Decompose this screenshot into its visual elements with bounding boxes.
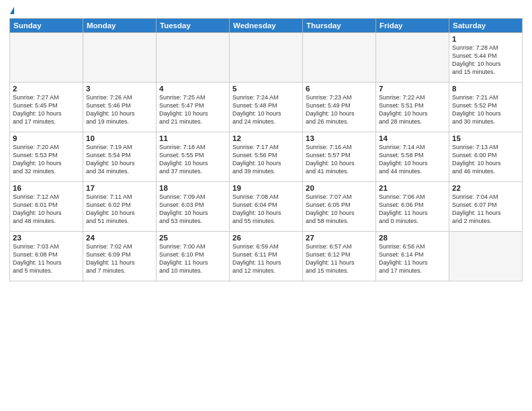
day-info: Sunrise: 7:23 AM Sunset: 5:49 PM Dayligh… xyxy=(306,93,373,126)
day-info: Sunrise: 7:17 AM Sunset: 5:56 PM Dayligh… xyxy=(232,143,300,176)
day-info: Sunrise: 7:16 AM Sunset: 5:57 PM Dayligh… xyxy=(306,143,373,176)
calendar-cell: 21Sunrise: 7:06 AM Sunset: 6:06 PM Dayli… xyxy=(376,182,449,232)
calendar-cell xyxy=(157,33,230,83)
weekday-header-row: SundayMondayTuesdayWednesdayThursdayFrid… xyxy=(10,19,523,33)
calendar-page: SundayMondayTuesdayWednesdayThursdayFrid… xyxy=(0,0,532,411)
calendar-cell: 10Sunrise: 7:19 AM Sunset: 5:54 PM Dayli… xyxy=(83,132,157,182)
calendar-cell: 25Sunrise: 7:00 AM Sunset: 6:10 PM Dayli… xyxy=(157,232,230,281)
weekday-header-thursday: Thursday xyxy=(303,19,376,33)
calendar-cell: 23Sunrise: 7:03 AM Sunset: 6:08 PM Dayli… xyxy=(10,232,83,281)
calendar-cell: 3Sunrise: 7:26 AM Sunset: 5:46 PM Daylig… xyxy=(83,83,157,132)
weekday-header-tuesday: Tuesday xyxy=(157,19,230,33)
day-info: Sunrise: 6:56 AM Sunset: 6:14 PM Dayligh… xyxy=(379,242,446,275)
day-number: 20 xyxy=(306,184,373,192)
day-info: Sunrise: 7:13 AM Sunset: 6:00 PM Dayligh… xyxy=(452,143,519,176)
calendar-cell: 13Sunrise: 7:16 AM Sunset: 5:57 PM Dayli… xyxy=(303,132,376,182)
day-info: Sunrise: 7:24 AM Sunset: 5:48 PM Dayligh… xyxy=(232,93,300,126)
calendar-cell: 12Sunrise: 7:17 AM Sunset: 5:56 PM Dayli… xyxy=(230,132,303,182)
calendar-cell xyxy=(230,33,303,83)
logo-triangle-icon xyxy=(10,7,14,14)
day-info: Sunrise: 7:19 AM Sunset: 5:54 PM Dayligh… xyxy=(86,143,153,176)
day-number: 24 xyxy=(86,234,153,242)
day-info: Sunrise: 7:28 AM Sunset: 5:44 PM Dayligh… xyxy=(452,44,519,77)
day-info: Sunrise: 7:21 AM Sunset: 5:52 PM Dayligh… xyxy=(452,93,519,126)
calendar-cell xyxy=(83,33,157,83)
header xyxy=(9,7,523,15)
day-number: 3 xyxy=(86,85,153,93)
day-number: 16 xyxy=(13,184,80,192)
day-number: 23 xyxy=(13,234,80,242)
day-number: 14 xyxy=(379,134,446,142)
calendar-cell xyxy=(303,33,376,83)
weekday-header-sunday: Sunday xyxy=(10,19,83,33)
calendar-cell: 8Sunrise: 7:21 AM Sunset: 5:52 PM Daylig… xyxy=(449,83,523,132)
week-row-1: 1Sunrise: 7:28 AM Sunset: 5:44 PM Daylig… xyxy=(10,33,523,83)
day-info: Sunrise: 7:20 AM Sunset: 5:53 PM Dayligh… xyxy=(13,143,80,176)
day-info: Sunrise: 7:14 AM Sunset: 5:58 PM Dayligh… xyxy=(379,143,446,176)
day-info: Sunrise: 7:02 AM Sunset: 6:09 PM Dayligh… xyxy=(86,242,153,275)
calendar-cell: 2Sunrise: 7:27 AM Sunset: 5:45 PM Daylig… xyxy=(10,83,83,132)
day-number: 12 xyxy=(232,134,300,142)
day-info: Sunrise: 6:59 AM Sunset: 6:11 PM Dayligh… xyxy=(232,242,300,275)
calendar-cell: 9Sunrise: 7:20 AM Sunset: 5:53 PM Daylig… xyxy=(10,132,83,182)
day-info: Sunrise: 7:00 AM Sunset: 6:10 PM Dayligh… xyxy=(159,242,226,275)
day-info: Sunrise: 7:03 AM Sunset: 6:08 PM Dayligh… xyxy=(13,242,80,275)
week-row-4: 16Sunrise: 7:12 AM Sunset: 6:01 PM Dayli… xyxy=(10,182,523,232)
day-info: Sunrise: 7:06 AM Sunset: 6:06 PM Dayligh… xyxy=(379,193,446,226)
weekday-header-saturday: Saturday xyxy=(449,19,523,33)
calendar-cell: 26Sunrise: 6:59 AM Sunset: 6:11 PM Dayli… xyxy=(230,232,303,281)
calendar-cell xyxy=(449,232,523,281)
calendar-cell: 27Sunrise: 6:57 AM Sunset: 6:12 PM Dayli… xyxy=(303,232,376,281)
calendar-table: SundayMondayTuesdayWednesdayThursdayFrid… xyxy=(9,18,523,281)
day-info: Sunrise: 7:08 AM Sunset: 6:04 PM Dayligh… xyxy=(232,193,300,226)
day-number: 11 xyxy=(159,134,226,142)
day-info: Sunrise: 6:57 AM Sunset: 6:12 PM Dayligh… xyxy=(306,242,373,275)
calendar-cell: 20Sunrise: 7:07 AM Sunset: 6:05 PM Dayli… xyxy=(303,182,376,232)
day-info: Sunrise: 7:11 AM Sunset: 6:02 PM Dayligh… xyxy=(86,193,153,226)
calendar-cell: 28Sunrise: 6:56 AM Sunset: 6:14 PM Dayli… xyxy=(376,232,449,281)
week-row-2: 2Sunrise: 7:27 AM Sunset: 5:45 PM Daylig… xyxy=(10,83,523,132)
weekday-header-wednesday: Wednesday xyxy=(230,19,303,33)
day-info: Sunrise: 7:25 AM Sunset: 5:47 PM Dayligh… xyxy=(159,93,226,126)
calendar-cell: 4Sunrise: 7:25 AM Sunset: 5:47 PM Daylig… xyxy=(157,83,230,132)
calendar-cell: 18Sunrise: 7:09 AM Sunset: 6:03 PM Dayli… xyxy=(157,182,230,232)
day-number: 10 xyxy=(86,134,153,142)
day-info: Sunrise: 7:26 AM Sunset: 5:46 PM Dayligh… xyxy=(86,93,153,126)
weekday-header-monday: Monday xyxy=(83,19,157,33)
calendar-cell: 1Sunrise: 7:28 AM Sunset: 5:44 PM Daylig… xyxy=(449,33,523,83)
calendar-cell: 22Sunrise: 7:04 AM Sunset: 6:07 PM Dayli… xyxy=(449,182,523,232)
calendar-cell: 11Sunrise: 7:18 AM Sunset: 5:55 PM Dayli… xyxy=(157,132,230,182)
week-row-3: 9Sunrise: 7:20 AM Sunset: 5:53 PM Daylig… xyxy=(10,132,523,182)
calendar-cell: 17Sunrise: 7:11 AM Sunset: 6:02 PM Dayli… xyxy=(83,182,157,232)
day-number: 28 xyxy=(379,234,446,242)
week-row-5: 23Sunrise: 7:03 AM Sunset: 6:08 PM Dayli… xyxy=(10,232,523,281)
day-info: Sunrise: 7:04 AM Sunset: 6:07 PM Dayligh… xyxy=(452,193,519,226)
day-info: Sunrise: 7:18 AM Sunset: 5:55 PM Dayligh… xyxy=(159,143,226,176)
day-number: 2 xyxy=(13,85,80,93)
calendar-cell: 14Sunrise: 7:14 AM Sunset: 5:58 PM Dayli… xyxy=(376,132,449,182)
calendar-cell: 6Sunrise: 7:23 AM Sunset: 5:49 PM Daylig… xyxy=(303,83,376,132)
day-number: 7 xyxy=(379,85,446,93)
day-number: 9 xyxy=(13,134,80,142)
day-number: 13 xyxy=(306,134,373,142)
calendar-cell: 24Sunrise: 7:02 AM Sunset: 6:09 PM Dayli… xyxy=(83,232,157,281)
calendar-cell: 16Sunrise: 7:12 AM Sunset: 6:01 PM Dayli… xyxy=(10,182,83,232)
day-number: 25 xyxy=(159,234,226,242)
calendar-cell xyxy=(10,33,83,83)
day-number: 5 xyxy=(232,85,300,93)
calendar-cell: 5Sunrise: 7:24 AM Sunset: 5:48 PM Daylig… xyxy=(230,83,303,132)
calendar-cell: 19Sunrise: 7:08 AM Sunset: 6:04 PM Dayli… xyxy=(230,182,303,232)
day-number: 27 xyxy=(306,234,373,242)
day-number: 4 xyxy=(159,85,226,93)
day-info: Sunrise: 7:12 AM Sunset: 6:01 PM Dayligh… xyxy=(13,193,80,226)
day-number: 19 xyxy=(232,184,300,192)
calendar-cell: 7Sunrise: 7:22 AM Sunset: 5:51 PM Daylig… xyxy=(376,83,449,132)
calendar-cell: 15Sunrise: 7:13 AM Sunset: 6:00 PM Dayli… xyxy=(449,132,523,182)
day-number: 15 xyxy=(452,134,519,142)
day-number: 8 xyxy=(452,85,519,93)
day-info: Sunrise: 7:07 AM Sunset: 6:05 PM Dayligh… xyxy=(306,193,373,226)
day-number: 22 xyxy=(452,184,519,192)
day-info: Sunrise: 7:22 AM Sunset: 5:51 PM Dayligh… xyxy=(379,93,446,126)
logo xyxy=(9,7,14,15)
day-number: 6 xyxy=(306,85,373,93)
